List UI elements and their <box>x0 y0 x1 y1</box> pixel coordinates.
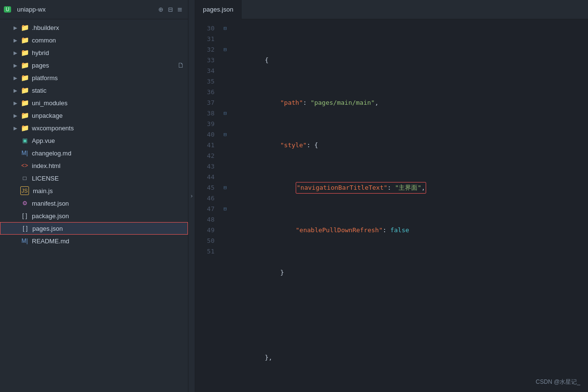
folder-icon: 📁 <box>20 111 29 120</box>
arrow-placeholder <box>12 187 19 195</box>
code-line-33: "navigationBarTitleText": "主界面", <box>234 182 588 193</box>
sidebar-item-label: pages.json <box>32 225 187 232</box>
sidebar-item-label: LICENSE <box>32 175 188 182</box>
sidebar-item-label: App.vue <box>32 137 188 144</box>
sidebar-item-changelog[interactable]: M| changelog.md <box>0 147 188 159</box>
sidebar-item-main-js[interactable]: JS main.js <box>0 184 188 197</box>
folder-icon: 📁 <box>20 73 29 82</box>
html-file-icon: <> <box>20 161 29 170</box>
sidebar: U uniapp-wx ⊕ ⊟ ≡ ▶ 📁 .hbuilderx ▶ 📁 com… <box>0 0 188 392</box>
fold-icon-38[interactable]: ⊟ <box>220 108 230 119</box>
editor-tabs: pages.json <box>195 0 588 19</box>
sidebar-tree: ▶ 📁 .hbuilderx ▶ 📁 common ▶ 📁 hybrid ▶ 📁… <box>0 19 188 392</box>
sidebar-item-label: uni_modules <box>32 99 188 107</box>
menu-icon[interactable]: ≡ <box>177 5 182 14</box>
sidebar-item-index-html[interactable]: <> index.html <box>0 159 188 172</box>
fold-icon-30[interactable]: ⊟ <box>220 23 230 34</box>
folder-icon: 📁 <box>20 86 29 95</box>
arrow-placeholder <box>12 137 19 144</box>
sidebar-item-manifest-json[interactable]: ⚙ manifest.json <box>0 197 188 210</box>
code-line-31: "path": "pages/main/main", <box>234 98 588 108</box>
arrow-icon: ▶ <box>12 49 19 56</box>
sidebar-item-package-json[interactable]: [ ] package.json <box>0 210 188 222</box>
fold-icon-40[interactable]: ⊟ <box>220 129 230 140</box>
sidebar-item-static[interactable]: ▶ 📁 static <box>0 84 188 97</box>
editor-tab-pages-json[interactable]: pages.json <box>195 0 242 19</box>
sidebar-item-label: package.json <box>32 212 188 220</box>
fold-gutter: ⊟ ⊟ ⊟ ⊟ ⊟ ⊟ <box>220 19 230 392</box>
arrow-icon: ▶ <box>12 99 19 107</box>
folder-icon: 📁 <box>20 36 29 44</box>
license-file-icon: □ <box>20 174 29 182</box>
sidebar-item-label: changelog.md <box>32 150 188 157</box>
fold-icon-32[interactable]: ⊟ <box>220 44 230 55</box>
sidebar-item-license[interactable]: □ LICENSE <box>0 172 188 184</box>
sidebar-item-label: common <box>32 37 188 44</box>
folder-icon: 📁 <box>20 48 29 57</box>
json-file-icon: [ ] <box>20 211 29 220</box>
arrow-placeholder <box>12 212 19 220</box>
code-line-30: { <box>234 55 588 66</box>
manifest-file-icon: ⚙ <box>20 199 29 208</box>
sidebar-item-hbuilderx[interactable]: ▶ 📁 .hbuilderx <box>0 21 188 34</box>
arrow-icon: ▶ <box>12 61 19 69</box>
sidebar-header-icons: ⊕ ⊟ ≡ <box>158 5 182 14</box>
js-file-icon: JS <box>20 186 29 195</box>
vue-file-icon: ▣ <box>20 136 29 145</box>
sidebar-item-common[interactable]: ▶ 📁 common <box>0 34 188 46</box>
json-file-icon: [ ] <box>21 224 29 233</box>
arrow-icon: ▶ <box>12 112 19 119</box>
arrow-placeholder <box>12 237 19 245</box>
sidebar-item-label: manifest.json <box>32 200 188 207</box>
sidebar-project-title: uniapp-wx <box>17 6 45 13</box>
sidebar-item-uni-modules[interactable]: ▶ 📁 uni_modules <box>0 97 188 109</box>
split-icon[interactable]: ⊟ <box>168 5 173 14</box>
sidebar-item-label: static <box>32 87 188 94</box>
arrow-icon: ▶ <box>12 74 19 82</box>
sidebar-item-label: index.html <box>32 162 188 169</box>
folder-icon: 📁 <box>20 23 29 32</box>
tab-label: pages.json <box>203 6 233 13</box>
sidebar-item-pages[interactable]: ▶ 📁 pages 🗋 <box>0 59 188 71</box>
sidebar-item-app-vue[interactable]: ▣ App.vue <box>0 134 188 147</box>
watermark: CSDN @水星记_ <box>536 378 580 386</box>
sidebar-item-platforms[interactable]: ▶ 📁 platforms <box>0 71 188 84</box>
sidebar-item-pages-json[interactable]: [ ] pages.json <box>0 222 188 235</box>
line-numbers: 30 31 32 33 34 35 36 37 38 39 40 41 42 4… <box>195 19 220 392</box>
new-file-icon[interactable]: 🗋 <box>177 61 184 69</box>
sidebar-item-label: .hbuilderx <box>32 24 188 31</box>
editor-area: pages.json 30 31 32 33 34 35 36 37 38 39… <box>195 0 588 392</box>
sidebar-header: U uniapp-wx ⊕ ⊟ ≡ <box>0 0 188 19</box>
folder-icon: 📁 <box>20 124 29 132</box>
arrow-icon: ▶ <box>12 86 19 94</box>
folder-icon: 📁 <box>20 98 29 107</box>
arrow-icon: ▶ <box>12 24 19 31</box>
sidebar-item-label: hybrid <box>32 49 188 56</box>
code-line-32: "style": { <box>234 140 588 151</box>
fold-icon-45[interactable]: ⊟ <box>220 182 230 193</box>
sidebar-item-readme[interactable]: M| README.md <box>0 235 188 247</box>
folder-icon: 📁 <box>20 61 29 70</box>
sidebar-item-unpackage[interactable]: ▶ 📁 unpackage <box>0 109 188 122</box>
sidebar-item-wxcomponents[interactable]: ▶ 📁 wxcomponents <box>0 122 188 134</box>
sidebar-header-left: U uniapp-wx <box>4 6 46 13</box>
sidebar-item-label: main.js <box>33 187 188 195</box>
md-file-icon: M| <box>20 149 29 157</box>
sidebar-item-label: wxcomponents <box>32 125 188 132</box>
code-content[interactable]: { "path": "pages/main/main", "style": { … <box>230 19 588 392</box>
fold-icon-47[interactable]: ⊟ <box>220 204 230 214</box>
arrow-placeholder <box>12 162 19 169</box>
root-badge: U <box>4 6 11 13</box>
add-icon[interactable]: ⊕ <box>158 5 163 14</box>
arrow-icon: ▶ <box>12 124 19 132</box>
sidebar-item-label: platforms <box>32 74 188 82</box>
sidebar-item-label: README.md <box>32 238 188 245</box>
arrow-placeholder <box>12 199 19 207</box>
sidebar-item-label: pages <box>32 62 177 69</box>
arrow-icon: ▶ <box>12 36 19 44</box>
arrow-placeholder <box>12 149 19 157</box>
arrow-placeholder <box>12 224 20 232</box>
sidebar-collapse-handle[interactable]: › <box>188 0 195 392</box>
code-line-34: "enablePullDownRefresh": false <box>234 225 588 236</box>
sidebar-item-hybrid[interactable]: ▶ 📁 hybrid <box>0 46 188 59</box>
